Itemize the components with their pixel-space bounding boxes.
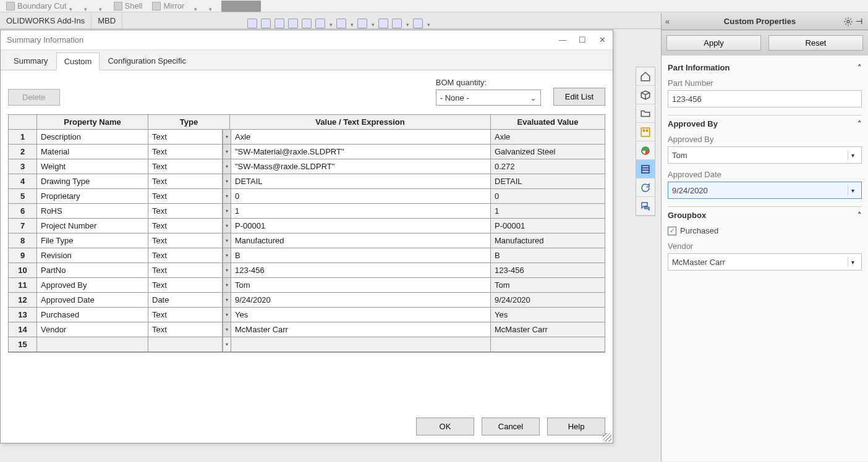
reset-button[interactable]: Reset [768,35,863,51]
maximize-icon[interactable]: ☐ [578,36,587,44]
type-dropdown[interactable] [223,308,231,322]
table-row-placeholder[interactable]: 15 [9,337,605,352]
table-row[interactable]: 7Project NumberTextP-00001P-00001 [9,219,605,233]
cell-type[interactable]: Text [148,308,223,322]
cell-type[interactable]: Text [148,145,223,159]
type-dropdown[interactable] [223,337,231,352]
type-dropdown[interactable] [223,130,231,145]
part-number-input[interactable]: 123-456 [668,90,862,107]
type-dropdown[interactable] [223,159,231,174]
cell-value[interactable]: "SW-Material@raxle.SLDPRT" [231,145,491,159]
section-groupbox[interactable]: Groupbox [668,211,862,220]
cell-property-name[interactable]: Approved By [37,278,148,293]
type-dropdown[interactable] [223,204,231,219]
dropdown-icon[interactable] [406,19,409,28]
apply-button[interactable]: Apply [666,35,761,51]
tab-summary[interactable]: Summary [6,52,56,70]
section-part-info[interactable]: Part Information [668,63,862,72]
cell-type[interactable]: Text [148,130,223,145]
cell-type[interactable]: Text [148,189,223,204]
view-icon[interactable] [274,19,284,28]
dropdown-icon[interactable] [84,4,89,9]
collapse-icon[interactable] [665,17,676,26]
cell-property-name[interactable]: Proprietary [37,189,148,204]
gear-icon[interactable] [843,17,853,27]
table-row[interactable]: 12Approved DateDate9/24/20209/24/2020 [9,293,605,308]
cell-type[interactable]: Text [148,322,223,337]
view-icon[interactable] [378,19,388,28]
type-dropdown[interactable] [223,233,231,248]
tool-slot-2[interactable] [96,1,106,12]
dropdown-icon[interactable] [427,19,430,28]
view-icon[interactable] [413,19,423,28]
table-row[interactable]: 6RoHSText11 [9,204,605,219]
cell-value[interactable]: 1 [231,204,491,219]
dropdown-icon[interactable] [371,19,375,28]
cell-value[interactable]: 0 [231,189,491,204]
cell-value[interactable]: Tom [231,278,491,293]
cell-value[interactable] [231,337,491,352]
cell-value[interactable]: Manufactured [231,233,491,248]
pin-icon[interactable]: ⊣ [856,17,864,26]
edit-list-button[interactable]: Edit List [553,88,605,106]
cell-property-name[interactable]: RoHS [37,204,148,219]
table-row[interactable]: 4Drawing TypeTextDETAILDETAIL [9,174,605,189]
tool-slot-1[interactable] [82,1,91,12]
type-dropdown[interactable] [223,174,231,189]
tab-custom[interactable]: Custom [56,52,100,70]
tool-slot-4[interactable] [206,1,216,12]
tab-addins[interactable]: OLIDWORKS Add-Ins [0,13,91,28]
cell-property-name[interactable]: Description [37,130,148,145]
cell-property-name[interactable]: PartNo [37,263,148,278]
forum-icon[interactable] [636,197,655,216]
approved-date-input[interactable]: 9/24/2020 [668,182,862,199]
type-dropdown[interactable] [223,293,231,308]
type-dropdown[interactable] [223,278,231,293]
delete-button[interactable]: Delete [8,89,60,106]
minimize-icon[interactable]: — [558,36,567,44]
cell-property-name[interactable]: File Type [37,233,148,248]
type-dropdown[interactable] [223,322,231,337]
table-row[interactable]: 1DescriptionTextAxleAxle [9,130,605,145]
active-tool-slot[interactable] [221,1,261,12]
cell-type[interactable]: Text [148,174,223,189]
vendor-select[interactable]: McMaster Carr [668,253,862,271]
table-row[interactable]: 2MaterialText"SW-Material@raxle.SLDPRT"G… [9,145,605,159]
cell-type[interactable]: Text [148,159,223,174]
cell-property-name[interactable]: Project Number [37,219,148,233]
cell-value[interactable]: McMaster Carr [231,322,491,337]
cell-property-name[interactable]: Drawing Type [37,174,148,189]
cell-type[interactable]: Text [148,263,223,278]
type-dropdown[interactable] [223,263,231,278]
cell-type[interactable] [148,337,223,352]
folder-icon[interactable] [636,104,655,123]
dropdown-icon[interactable] [194,4,199,9]
view-palette-icon[interactable] [636,123,655,141]
view-icon[interactable] [247,19,257,28]
cell-type[interactable]: Text [148,204,223,219]
cell-type[interactable]: Text [148,248,223,263]
table-row[interactable]: 13PurchasedTextYesYes [9,308,605,322]
refresh-icon[interactable] [636,178,655,197]
tab-config-specific[interactable]: Configuration Specific [100,52,194,70]
cell-type[interactable]: Text [148,278,223,293]
cell-property-name[interactable]: Approved Date [37,293,148,308]
type-dropdown[interactable] [223,219,231,233]
cell-value[interactable]: "SW-Mass@raxle.SLDPRT" [231,159,491,174]
table-row[interactable]: 14VendorTextMcMaster CarrMcMaster Carr [9,322,605,337]
cell-type[interactable]: Date [148,293,223,308]
ok-button[interactable]: OK [416,418,474,435]
view-icon[interactable] [315,19,325,28]
view-icon[interactable] [392,19,402,28]
cell-type[interactable]: Text [148,219,223,233]
tool-shell[interactable]: Shell [111,1,145,12]
appearance-icon[interactable] [636,141,655,160]
view-icon[interactable] [261,19,271,28]
cancel-button[interactable]: Cancel [482,418,540,435]
dropdown-icon[interactable] [209,4,214,9]
cell-value[interactable]: 9/24/2020 [231,293,491,308]
cell-value[interactable]: Axle [231,130,491,145]
section-approved[interactable]: Approved By [668,119,862,128]
resize-grip[interactable] [603,433,611,442]
custom-properties-icon[interactable] [636,160,655,178]
